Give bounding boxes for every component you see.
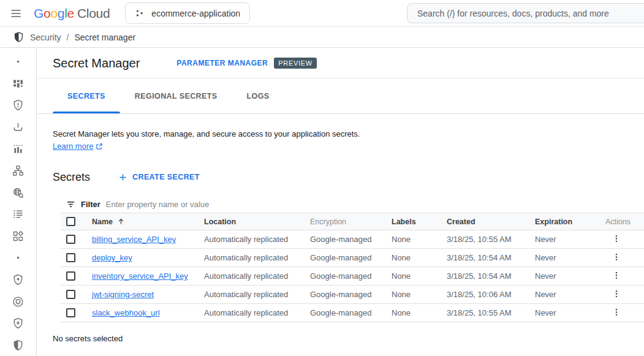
table-row: deploy_key Automatically replicated Goog… (61, 249, 644, 267)
plus-icon (118, 173, 127, 182)
expiration-cell: Never (535, 235, 605, 244)
expiration-cell: Never (535, 308, 605, 317)
column-header-expiration[interactable]: Expiration (535, 218, 605, 226)
row-checkbox[interactable] (66, 253, 75, 262)
create-secret-button[interactable]: CREATE SECRET (118, 173, 200, 182)
security-shield-icon (13, 31, 25, 43)
table-row: slack_webhook_url Automatically replicat… (61, 304, 644, 322)
tab-logs[interactable]: LOGS (232, 78, 284, 113)
secrets-table-body: billing_service_API_key Automatically re… (61, 230, 644, 322)
sidebar-item-security-shield[interactable] (4, 335, 33, 356)
findings-tray-icon (12, 121, 25, 134)
sidebar-item-asset-network[interactable] (4, 160, 33, 182)
tab-regional-secrets[interactable]: REGIONAL SECRETS (120, 78, 232, 113)
sidebar-item-threat-chart[interactable] (4, 138, 33, 160)
logo-letter: G (34, 6, 44, 20)
sidebar-item-findings-tray[interactable] (4, 116, 33, 138)
secret-name-link[interactable]: slack_webhook_url (92, 308, 160, 317)
encryption-cell: Google-managed (310, 308, 392, 317)
sidebar-item-workloads-blocks[interactable] (4, 225, 33, 248)
search-input[interactable] (407, 9, 644, 18)
secret-name-link[interactable]: jwt-signing-secret (92, 290, 154, 299)
location-cell: Automatically replicated (204, 253, 310, 262)
row-checkbox[interactable] (66, 290, 75, 299)
logo-letter: g (58, 6, 64, 20)
row-actions-menu-icon[interactable] (612, 306, 621, 318)
menu-hamburger-icon[interactable] (4, 1, 28, 26)
column-header-location[interactable]: Location (204, 218, 310, 226)
learn-more-label: Learn more (53, 140, 93, 153)
select-all-checkbox[interactable] (66, 217, 75, 226)
shield-plus-icon (12, 317, 25, 330)
sidebar-item-shield-alert[interactable] (4, 94, 33, 116)
main-content: Secret Manager PARAMETER MANAGER PREVIEW… (37, 48, 644, 356)
shield-alert-icon (12, 99, 25, 112)
encryption-cell: Google-managed (310, 271, 392, 281)
security-nav-sidebar (0, 48, 37, 356)
filter-input[interactable] (106, 200, 644, 209)
sort-ascending-icon[interactable] (117, 218, 125, 225)
row-checkbox[interactable] (66, 308, 75, 317)
logo-letter: e (67, 6, 74, 20)
secret-name-link[interactable]: deploy_key (92, 253, 132, 262)
secret-name-link[interactable]: billing_service_API_key (92, 235, 176, 244)
section-dot (12, 55, 25, 68)
parameter-manager-link[interactable]: PARAMETER MANAGER (176, 59, 268, 67)
sidebar-item-compliance-list[interactable] (4, 203, 33, 225)
row-checkbox[interactable] (66, 235, 75, 244)
binary-authorization-icon (12, 295, 25, 308)
sidebar-item-shield-user[interactable] (4, 269, 33, 291)
external-link-icon (96, 143, 103, 150)
location-cell: Automatically replicated (204, 271, 310, 281)
column-header-name[interactable]: Name (92, 218, 113, 226)
location-cell: Automatically replicated (204, 308, 310, 317)
breadcrumb-current: Secret manager (74, 32, 135, 42)
column-header-labels[interactable]: Labels (392, 218, 447, 226)
column-header-created[interactable]: Created (447, 218, 535, 226)
intro-text: Secret Manager lets you store, manage, a… (53, 129, 360, 138)
project-icon (135, 9, 145, 18)
expiration-cell: Never (535, 290, 605, 299)
secret-name-link[interactable]: inventory_service_API_key (92, 271, 188, 281)
breadcrumb-section[interactable]: Security (30, 32, 61, 42)
sidebar-item-web-scan-globe[interactable] (4, 181, 33, 203)
row-actions-menu-icon[interactable] (612, 251, 621, 263)
breadcrumb: Security / Secret manager (0, 27, 644, 48)
column-header-actions: Actions (605, 218, 644, 226)
page-header: Secret Manager PARAMETER MANAGER PREVIEW (37, 48, 644, 78)
table-row: inventory_service_API_key Automatically … (61, 267, 644, 286)
sidebar-section-dot (4, 51, 33, 73)
expiration-cell: Never (535, 271, 605, 281)
secrets-section-header: Secrets CREATE SECRET (53, 169, 644, 185)
learn-more-link[interactable]: Learn more (53, 140, 103, 153)
shield-user-icon (12, 273, 25, 286)
sidebar-item-risk-dashboard[interactable] (4, 73, 33, 95)
created-cell: 3/18/25, 10:06 AM (447, 290, 535, 299)
project-selector[interactable]: ecommerce-application (125, 2, 250, 24)
sidebar-item-binary-authorization[interactable] (4, 290, 33, 312)
sidebar-section-dot (4, 247, 33, 269)
tab-secrets[interactable]: SECRETS (53, 78, 120, 113)
secrets-table: Name Location Encryption Labels Created … (61, 213, 644, 322)
labels-cell: None (392, 308, 447, 317)
logo-letter: o (44, 6, 50, 20)
row-checkbox[interactable] (66, 271, 75, 281)
row-actions-menu-icon[interactable] (612, 233, 621, 244)
preview-badge: PREVIEW (274, 58, 317, 69)
labels-cell: None (392, 253, 447, 262)
column-header-encryption: Encryption (310, 218, 392, 226)
location-cell: Automatically replicated (204, 235, 310, 244)
row-actions-menu-icon[interactable] (612, 288, 621, 300)
cloud-logo-word: Cloud (77, 6, 110, 21)
created-cell: 3/18/25, 10:55 AM (447, 308, 535, 317)
project-name: ecommerce-application (151, 9, 240, 18)
table-row: jwt-signing-secret Automatically replica… (61, 286, 644, 304)
filter-label: Filter (81, 200, 100, 209)
logo-letter: o (50, 6, 57, 20)
sidebar-item-shield-plus[interactable] (4, 312, 33, 335)
create-secret-label: CREATE SECRET (132, 173, 200, 181)
encryption-cell: Google-managed (310, 290, 392, 299)
labels-cell: None (392, 290, 447, 299)
page-title: Secret Manager (53, 56, 140, 70)
row-actions-menu-icon[interactable] (612, 270, 621, 281)
